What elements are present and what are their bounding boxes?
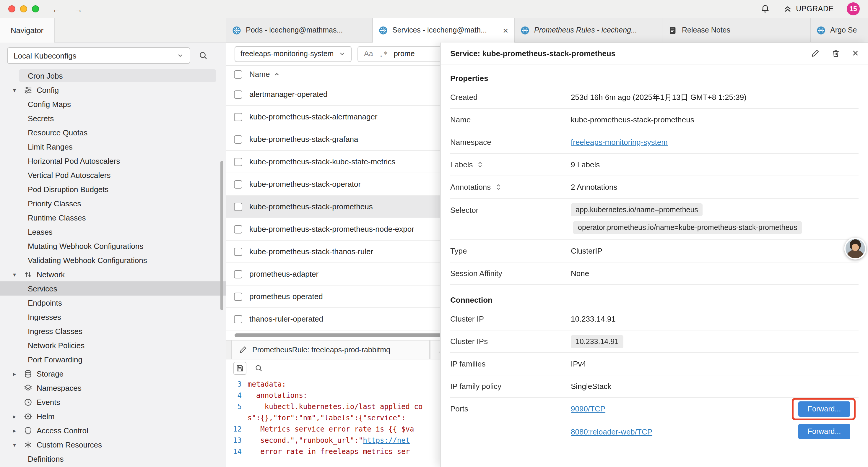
row-checkbox[interactable] [234, 180, 242, 188]
sidebar-item-access-control[interactable]: ▸ Access Control [0, 423, 226, 437]
upgrade-label: UPGRADE [796, 5, 834, 13]
minimize-window-button[interactable] [20, 5, 27, 12]
sidebar-item-network-policies[interactable]: Network Policies [0, 338, 226, 352]
sidebar-item-port-forwarding[interactable]: Port Forwarding [0, 352, 226, 367]
forward-arrow-icon[interactable]: → [74, 4, 83, 14]
sidebar-item-resource-quotas[interactable]: Resource Quotas [0, 125, 226, 140]
tab-release-notes[interactable]: Release Notes [662, 18, 811, 42]
column-header-name[interactable]: Name [249, 70, 280, 79]
select-all-checkbox[interactable] [234, 70, 242, 78]
tab-services[interactable]: Services - icecheng@math... × [373, 18, 515, 42]
tab-argo[interactable]: Argo Se [811, 18, 868, 42]
sidebar-item-custom-resources[interactable]: ▾ Custom Resources [0, 437, 226, 451]
edit-button[interactable] [811, 49, 820, 58]
sidebar-item-validating-webhook-configurations[interactable]: Validating Webhook Configurations [0, 253, 226, 267]
sidebar-item-storage[interactable]: ▸ Storage [0, 367, 226, 381]
sidebar-item-helm[interactable]: ▸ Helm [0, 409, 226, 423]
search-icon[interactable] [198, 51, 208, 60]
chevron-right-icon[interactable]: ▸ [13, 427, 20, 434]
sidebar-scrollbar[interactable] [220, 161, 223, 310]
user-avatar[interactable] [844, 238, 866, 260]
navigator-tab[interactable]: Navigator [0, 18, 55, 42]
sidebar-item-horizontal-pod-autoscalers[interactable]: Horizontal Pod Autoscalers [0, 154, 226, 168]
pencil-icon [239, 346, 247, 354]
close-icon[interactable]: × [503, 26, 508, 35]
sidebar-item-limit-ranges[interactable]: Limit Ranges [0, 140, 226, 154]
sidebar-item-services[interactable]: Services [0, 282, 226, 296]
namespace-filter-dropdown[interactable]: freeleaps-monitoring-system [235, 46, 351, 62]
notification-badge[interactable]: 15 [847, 2, 860, 16]
row-checkbox[interactable] [234, 270, 242, 278]
details-header: Service: kube-prometheus-stack-prometheu… [441, 42, 868, 64]
search-query-text: prome [394, 50, 415, 58]
row-checkbox[interactable] [234, 135, 242, 143]
sidebar-item-leases[interactable]: Leases [0, 225, 226, 239]
sidebar-item-ingress-classes[interactable]: Ingress Classes [0, 324, 226, 338]
chevron-down-icon[interactable]: ▾ [13, 271, 20, 278]
port-link-8080[interactable]: 8080:reloader-web/TCP [571, 427, 652, 436]
sidebar-item-pod-disruption-budgets[interactable]: Pod Disruption Budgets [0, 182, 226, 196]
sidebar-item-network[interactable]: ▾ Network [0, 267, 226, 282]
sidebar-item-mutating-webhook-configurations[interactable]: Mutating Webhook Configurations [0, 239, 226, 253]
sidebar-item-vertical-pod-autoscalers[interactable]: Vertical Pod Autoscalers [0, 168, 226, 182]
chevron-down-icon[interactable]: ▾ [13, 441, 20, 448]
sidebar-item-events[interactable]: Events [0, 395, 226, 409]
back-arrow-icon[interactable]: ← [52, 4, 61, 14]
sidebar-item-endpoints[interactable]: Endpoints [0, 296, 226, 310]
chevron-down-icon[interactable]: ▾ [13, 87, 20, 93]
service-details-panel: Service: kube-prometheus-stack-prometheu… [440, 42, 868, 467]
row-checkbox[interactable] [234, 247, 242, 256]
regex-toggle[interactable]: .* [379, 49, 388, 58]
tab-prometheus-rules[interactable]: Prometheus Rules - icecheng... [515, 18, 662, 42]
forward-button-9090[interactable]: Forward... [798, 401, 850, 416]
unfold-toggle-icon[interactable] [476, 161, 484, 169]
storage-icon [24, 369, 32, 378]
save-button[interactable] [234, 362, 246, 375]
row-checkbox[interactable] [234, 202, 242, 211]
row-checkbox[interactable] [234, 157, 242, 166]
sidebar-item-definitions[interactable]: Definitions [0, 451, 226, 466]
row-checkbox[interactable] [234, 113, 242, 121]
row-checkbox[interactable] [234, 225, 242, 233]
chevron-right-icon[interactable]: ▸ [13, 370, 20, 377]
sidebar-item-config[interactable]: ▾ Config [0, 83, 226, 97]
editor-search-icon[interactable] [255, 364, 263, 372]
match-case-toggle[interactable]: Aa [364, 50, 373, 58]
chevron-down-icon [339, 50, 346, 57]
sidebar-item-runtime-classes[interactable]: Runtime Classes [0, 210, 226, 225]
session-affinity-label: Session Affinity [450, 269, 571, 278]
close-details-button[interactable]: × [852, 48, 859, 59]
events-icon [24, 398, 32, 406]
close-window-button[interactable] [8, 5, 16, 12]
sidebar-item-cron-jobs[interactable]: Cron Jobs [0, 68, 226, 83]
upgrade-button[interactable]: UPGRADE [783, 4, 834, 13]
name-label: Name [450, 115, 571, 124]
port-link-9090[interactable]: 9090/TCP [571, 404, 606, 413]
editor-tab-prometheusrule[interactable]: PrometheusRule: freeleaps-prod-rabbitmq [231, 341, 430, 359]
sidebar-item-config-maps[interactable]: Config Maps [0, 97, 226, 111]
kubernetes-icon [232, 26, 241, 35]
namespace-link[interactable]: freeleaps-monitoring-system [571, 138, 668, 147]
bell-icon[interactable] [761, 4, 770, 13]
sidebar-item-namespaces[interactable]: Namespaces [0, 381, 226, 395]
delete-button[interactable] [832, 49, 840, 58]
unfold-toggle-icon[interactable] [494, 183, 502, 191]
connection-row-ip-families: IP families IPv4 [450, 353, 859, 375]
zoom-window-button[interactable] [32, 5, 39, 12]
row-checkbox[interactable] [234, 292, 242, 300]
ip-family-policy-value: SingleStack [571, 382, 611, 391]
sidebar-item-secrets[interactable]: Secrets [0, 111, 226, 125]
network-icon [24, 270, 32, 279]
sidebar-item-priority-classes[interactable]: Priority Classes [0, 196, 226, 210]
forward-button-8080[interactable]: Forward... [798, 424, 850, 439]
property-row-created: Created 253d 16h 6m ago (2025年1月13日 GMT+… [450, 86, 859, 109]
tab-pods[interactable]: Pods - icecheng@mathmas... [226, 18, 373, 42]
runbook-url-link[interactable]: https://net [363, 436, 410, 444]
chevron-right-icon[interactable]: ▸ [13, 413, 20, 419]
kubeconfig-selector[interactable]: Local Kubeconfigs [7, 47, 190, 64]
row-checkbox[interactable] [234, 315, 242, 323]
created-label: Created [450, 93, 571, 102]
row-checkbox[interactable] [234, 90, 242, 98]
property-row-namespace: Namespace freeleaps-monitoring-system [450, 131, 859, 154]
sidebar-item-ingresses[interactable]: Ingresses [0, 310, 226, 324]
